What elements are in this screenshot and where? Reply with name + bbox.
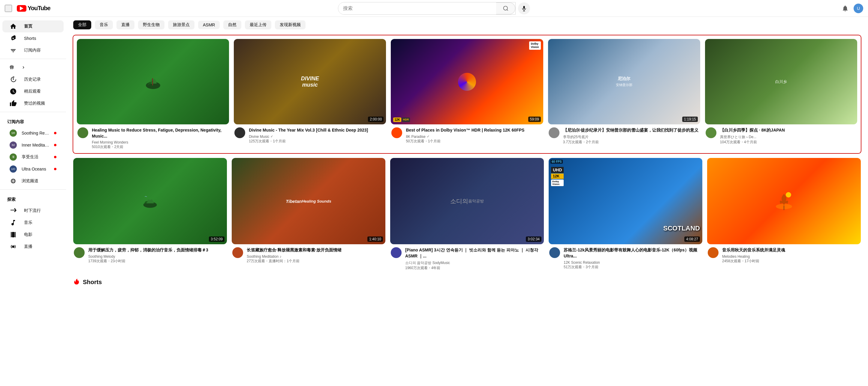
video-info-3: Best of Places in Dolby Vision™ HDR | Re… [391, 127, 543, 144]
channel-avatar-10 [708, 247, 718, 258]
sidebar-item-music[interactable]: 音乐 [2, 217, 64, 229]
video-meta-9: 51万次观看・3个月前 [564, 265, 702, 270]
sub-item-1[interactable]: SR Soothing Relaxat... [2, 127, 64, 139]
verified-icon-3: ✓ [427, 135, 430, 138]
filter-asmr[interactable]: ASMR [198, 21, 220, 29]
duration-badge-3: 59:09 [528, 116, 541, 122]
watch-later-label: 稍后观看 [24, 89, 41, 94]
shorts-fire-icon [73, 278, 81, 285]
liked-icon [10, 100, 17, 107]
video-title-1: Healing Music to Reduce Stress, Fatigue,… [92, 127, 228, 139]
trending-icon [10, 207, 17, 214]
sidebar-item-history[interactable]: 历史记录 [2, 73, 64, 85]
sidebar-item-live[interactable]: 直播 [2, 241, 64, 253]
sidebar-item-home[interactable]: 首页 [2, 21, 64, 32]
mic-icon [521, 5, 527, 11]
thumbnail-7: TibetanHealing Sounds 1:40:10 [232, 158, 385, 244]
video-channel-9: 12K Scenic Relaxation [564, 260, 702, 265]
channel-avatar-4 [549, 127, 559, 138]
channel-avatar-9 [549, 247, 560, 258]
video-meta-2: 125万次观看・1个月前 [249, 139, 385, 144]
menu-button[interactable] [5, 5, 12, 12]
sub-label-4: Ultra Oceans [22, 167, 49, 171]
filter-all[interactable]: 全部 [73, 21, 91, 29]
video-meta-7: 27万次观看・直播时间：1个月前 [247, 259, 385, 264]
thumbnail-8: 소디의음악공방 3:02:34 [390, 158, 544, 244]
video-card-2[interactable]: DIVINEmusic 2:00:00 Divine Music - The Y… [234, 39, 386, 149]
sidebar-item-trending[interactable]: 时下流行 [2, 205, 64, 217]
duration-badge-8: 3:02:34 [526, 237, 541, 242]
thumbnail-5: 白川乡 [705, 39, 857, 125]
filter-bar: 全部 音乐 直播 野生生物 旅游景点 ASMR 自然 最近上传 发现新视频 [73, 17, 861, 33]
sidebar-home-label: 首页 [24, 24, 32, 29]
video-details-5: 【白川乡四季】探点 · 8K的JAPAN 異世界ひとり旅～De... 104万次… [720, 127, 857, 145]
thumbnail-4: 尼泊尔 安纳普尔那 1:19:15 [548, 39, 700, 125]
main-content: 全部 音乐 直播 野生生物 旅游景点 ASMR 自然 最近上传 发现新视频 [66, 17, 868, 299]
video-title-2: Divine Music - The Year Mix Vol.3 [Chill… [249, 127, 385, 133]
shorts-header: Shorts [73, 278, 861, 286]
video-channel-10: Melodies Healing [722, 254, 860, 259]
notifications-button[interactable] [839, 2, 851, 14]
filter-travel[interactable]: 旅游景点 [168, 21, 194, 29]
video-card-9[interactable]: 60 FPS UHD 12K DolbyVision SCOTLAND 4:08… [549, 158, 702, 270]
filter-nature[interactable]: 自然 [223, 21, 241, 29]
search-area [338, 2, 530, 15]
video-info-1: Healing Music to Reduce Stress, Fatigue,… [77, 127, 229, 149]
channel-avatar-7 [232, 247, 243, 258]
sub-item-4[interactable]: UO Ultra Oceans [2, 163, 64, 175]
video-card-8[interactable]: 소디의음악공방 3:02:34 [Piano ASMR] 3시간 연속듣기 ｜ … [390, 158, 544, 270]
video-channel-4: 李导的25号底片 [563, 135, 700, 140]
explore-section-title: 探索 [0, 192, 66, 205]
history-icon [10, 76, 17, 83]
verified-icon-2: ✓ [271, 135, 273, 138]
user-avatar[interactable]: U [854, 4, 863, 13]
thumbnail-6: 3:52:09 [73, 158, 227, 244]
video-details-2: Divine Music - The Year Mix Vol.3 [Chill… [249, 127, 385, 144]
svg-rect-5 [152, 78, 153, 85]
video-card-4[interactable]: 尼泊尔 安纳普尔那 1:19:15 【尼泊尔·徒步纪录片】安纳普尔那的雪山盛宴，… [548, 39, 700, 149]
sidebar-item-you[interactable]: 你 [2, 62, 64, 73]
duration-badge-2: 2:00:00 [368, 116, 383, 122]
filter-recent[interactable]: 最近上传 [245, 21, 271, 29]
video-card-7[interactable]: TibetanHealing Sounds 1:40:10 长笛藏族疗愈合·释放… [232, 158, 385, 270]
sidebar-item-liked[interactable]: 赞过的视频 [2, 97, 64, 109]
sidebar-item-shorts[interactable]: Shorts [2, 32, 64, 44]
sub-item-2[interactable]: IM Inner Meditation ... [2, 139, 64, 151]
video-channel-1: Feel Morning Wonders [92, 140, 228, 144]
search-input[interactable] [338, 2, 496, 14]
video-info-2: Divine Music - The Year Mix Vol.3 [Chill… [234, 127, 386, 144]
plus-icon [10, 177, 17, 185]
video-info-9: 苏格兰-12k风景秀丽的电影带有鼓舞人心的电影音乐-12K（60fps）视频Ul… [549, 247, 702, 270]
video-details-9: 苏格兰-12k风景秀丽的电影带有鼓舞人心的电影音乐-12K（60fps）视频Ul… [564, 247, 702, 270]
thumbnail-1 [77, 39, 229, 125]
video-card-5[interactable]: 白川乡 【白川乡四季】探点 · 8K的JAPAN 異世界ひとり旅～De... 1… [705, 39, 857, 149]
youtube-logo[interactable]: YouTube [17, 5, 51, 12]
divider-2 [0, 112, 66, 112]
video-title-7: 长笛藏族疗愈合·释放褪黑激素和毒素·放开负面情绪 [247, 247, 385, 253]
sidebar-item-watch-later[interactable]: 稍后观看 [2, 85, 64, 97]
filter-wildlife[interactable]: 野生生物 [138, 21, 164, 29]
mic-button[interactable] [518, 2, 530, 14]
video-meta-10: 2458次观看・17小时前 [722, 259, 860, 264]
filter-live[interactable]: 直播 [117, 21, 134, 29]
sidebar-item-movies[interactable]: 电影 [2, 229, 64, 241]
video-details-4: 【尼泊尔·徒步纪录片】安纳普尔那的雪山盛宴，让我们找到了徒步的意义 李导的25号… [563, 127, 700, 145]
sub-item-browse[interactable]: 浏览频道 [2, 175, 64, 187]
video-title-3: Best of Places in Dolby Vision™ HDR | Re… [406, 127, 542, 133]
video-card-6[interactable]: 3:52:09 用于缓解压力，疲劳，抑郁，消极的治疗音乐，负面情绪排毒＃3 So… [73, 158, 227, 270]
video-info-5: 【白川乡四季】探点 · 8K的JAPAN 異世界ひとり旅～De... 104万次… [705, 127, 857, 145]
filter-discover[interactable]: 发现新视频 [275, 21, 306, 29]
sub-item-3[interactable]: 享 享受生活 [2, 151, 64, 163]
video-card-3[interactable]: DolbyVision 12K HDR 59:09 Best of Places… [391, 39, 543, 149]
video-card-1[interactable]: Healing Music to Reduce Stress, Fatigue,… [77, 39, 229, 149]
video-details-6: 用于缓解压力，疲劳，抑郁，消极的治疗音乐，负面情绪排毒＃3 Soothing M… [88, 247, 226, 264]
filter-music[interactable]: 音乐 [95, 21, 113, 29]
channel-avatar-6 [74, 247, 85, 258]
header: YouTube U [0, 0, 868, 17]
youtube-logo-icon [17, 5, 26, 12]
svg-point-10 [786, 192, 791, 198]
video-card-10[interactable]: 音乐用秋天的音乐系统并满足灵魂 Melodies Healing 2458次观看… [707, 158, 861, 270]
video-details-7: 长笛藏族疗愈合·释放褪黑激素和毒素·放开负面情绪 Soothing Medita… [247, 247, 385, 264]
search-button[interactable] [496, 2, 515, 14]
sidebar-item-subscriptions[interactable]: 订阅内容 [2, 44, 64, 56]
